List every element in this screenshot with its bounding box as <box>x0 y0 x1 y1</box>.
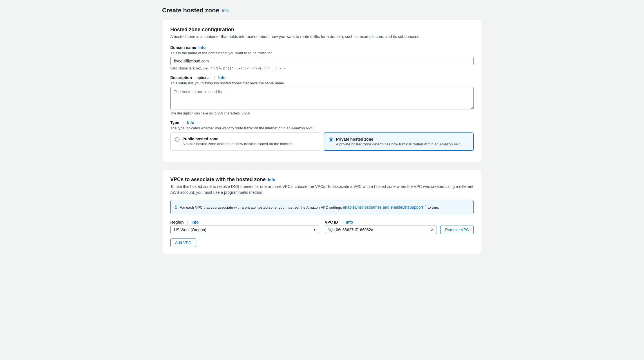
vpc-id-input-wrapper: 🔍 ✕ <box>325 226 437 234</box>
remove-vpc-button[interactable]: Remove VPC <box>440 226 474 234</box>
description-optional: - optional <box>194 75 211 80</box>
region-select[interactable]: US West (Oregon) US East (N. Virginia) U… <box>170 226 319 234</box>
description-char-limit: The description can have up to 256 chara… <box>170 111 474 115</box>
add-vpc-button[interactable]: Add VPC <box>170 238 196 247</box>
public-hosted-zone-option[interactable]: Public hosted zone A public hosted zone … <box>170 132 320 151</box>
vpcs-section-card: VPCs to associate with the hosted zone I… <box>162 170 482 254</box>
vpcs-info-link[interactable]: Info <box>268 177 275 182</box>
external-link-icon: ↗ <box>424 204 427 208</box>
public-hosted-zone-title: Public hosted zone <box>182 137 293 141</box>
type-options: Public hosted zone A public hosted zone … <box>170 132 474 151</box>
type-label: Type | Info <box>170 120 474 125</box>
region-info-link[interactable]: Info <box>191 220 199 224</box>
region-label: Region | Info <box>170 220 319 224</box>
private-hosted-zone-option[interactable]: Private hosted zone A private hosted zon… <box>324 132 474 151</box>
type-group: Type | Info The type indicates whether y… <box>170 120 474 151</box>
domain-name-group: Domain name Info This is the name of the… <box>170 45 474 70</box>
description-textarea[interactable] <box>170 87 474 109</box>
description-label: Description - optional | Info <box>170 75 474 80</box>
public-hosted-zone-radio[interactable] <box>175 137 180 142</box>
domain-name-valid-chars: Valid characters: a-z, 0-9, ! " # $ % & … <box>170 66 474 70</box>
vpcs-section-description: To use this hosted zone to resolve DNS q… <box>170 184 474 195</box>
hosted-zone-config-card: Hosted zone configuration A hosted zone … <box>162 20 482 163</box>
vpc-id-label: VPC ID | Info <box>325 220 474 224</box>
region-group: Region | Info US West (Oregon) US East (… <box>170 220 319 234</box>
page-title: Create hosted zone <box>162 7 219 14</box>
page-info-link[interactable]: Info <box>222 8 229 13</box>
description-info-link[interactable]: Info <box>218 75 226 80</box>
private-hosted-zone-desc: A private hosted zone determines how tra… <box>336 142 462 146</box>
private-hosted-zone-content: Private hosted zone A private hosted zon… <box>336 137 462 146</box>
vpc-id-info-link[interactable]: Info <box>346 220 353 224</box>
vpc-info-box: ℹ For each VPC that you associate with a… <box>170 200 474 214</box>
add-vpc-container: Add VPC <box>170 238 474 247</box>
domain-name-hint: This is the name of the domain that you … <box>170 51 474 55</box>
vpc-id-clear-icon[interactable]: ✕ <box>431 228 434 232</box>
page-header: Create hosted zone Info <box>162 7 482 14</box>
info-circle-icon: ℹ <box>175 204 177 211</box>
private-hosted-zone-title: Private hosted zone <box>336 137 462 141</box>
domain-name-label: Domain name Info <box>170 45 474 50</box>
vpc-fields-row: Region | Info US West (Oregon) US East (… <box>170 220 474 234</box>
vpc-id-group: VPC ID | Info 🔍 ✕ Remove VPC <box>325 220 474 234</box>
public-hosted-zone-desc: A public hosted zone determines how traf… <box>182 142 293 146</box>
description-hint: This value lets you distinguish hosted z… <box>170 81 474 85</box>
vpc-id-input[interactable] <box>325 226 437 234</box>
domain-name-info-link[interactable]: Info <box>198 45 206 50</box>
vpcs-section-title: VPCs to associate with the hosted zone I… <box>170 177 474 183</box>
vpc-id-and-remove: 🔍 ✕ Remove VPC <box>325 226 474 234</box>
description-group: Description - optional | Info This value… <box>170 75 474 115</box>
private-hosted-zone-radio[interactable] <box>329 138 333 142</box>
config-section-title: Hosted zone configuration <box>170 27 474 33</box>
enable-dns-link[interactable]: enableDnsHostnames and enableDnsSupport … <box>343 205 427 210</box>
type-info-link[interactable]: Info <box>187 120 194 125</box>
public-hosted-zone-content: Public hosted zone A public hosted zone … <box>182 137 293 146</box>
type-hint: The type indicates whether you want to r… <box>170 126 474 130</box>
domain-name-input[interactable] <box>170 57 474 65</box>
config-section-description: A hosted zone is a container that holds … <box>170 34 474 40</box>
vpc-info-box-content: For each VPC that you associate with a p… <box>180 204 439 210</box>
region-select-wrapper: US West (Oregon) US East (N. Virginia) U… <box>170 226 319 234</box>
